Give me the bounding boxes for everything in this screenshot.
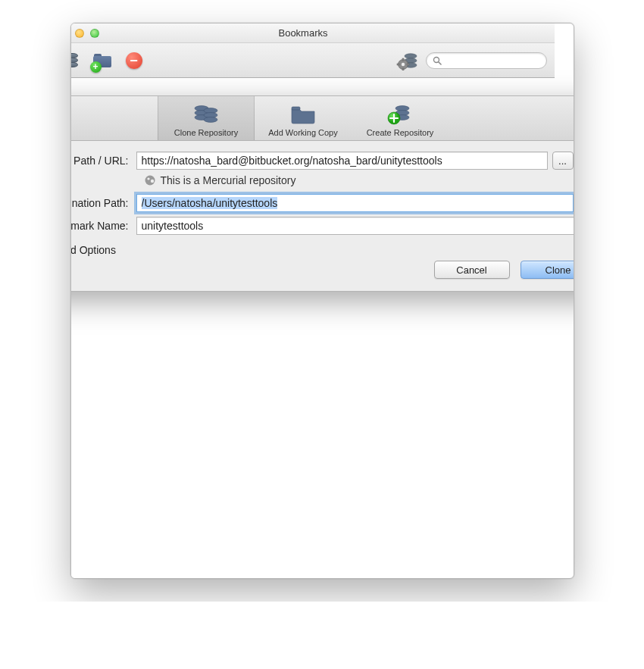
delete-button[interactable]: −: [123, 50, 145, 71]
repo-type-indicator: This is a Mercurial repository: [144, 174, 574, 186]
source-path-label: Source Path / URL:: [70, 155, 136, 167]
minimize-window-button[interactable]: [75, 29, 84, 38]
svg-rect-5: [402, 58, 404, 61]
tab-add-working-copy[interactable]: Add Working Copy: [255, 96, 352, 140]
advanced-options-label: Advanced Options: [70, 244, 116, 256]
clone-sheet: Clone Repository Add Working Copy: [70, 95, 574, 292]
settings-repository-button[interactable]: [395, 51, 418, 70]
cancel-button[interactable]: Cancel: [434, 261, 510, 279]
svg-point-27: [150, 180, 153, 183]
titlebar: Bookmarks: [70, 23, 555, 43]
clone-repository-icon: [158, 101, 255, 127]
svg-rect-6: [402, 68, 404, 70]
svg-line-10: [439, 62, 441, 64]
new-repository-button[interactable]: +: [70, 50, 81, 71]
traffic-lights: [70, 29, 99, 38]
tab-label: Add Working Copy: [255, 128, 352, 137]
source-path-input[interactable]: [136, 152, 548, 170]
toolbar: + + −: [70, 43, 555, 78]
new-folder-button[interactable]: +: [92, 50, 113, 71]
bookmarks-window: Bookmarks + + −: [70, 23, 574, 579]
tab-create-repository[interactable]: Create Repository: [352, 96, 449, 140]
svg-point-26: [147, 177, 149, 180]
tab-clone-repository[interactable]: Clone Repository: [158, 96, 255, 140]
zoom-window-button[interactable]: [90, 29, 99, 38]
repo-type-text: This is a Mercurial repository: [161, 174, 296, 186]
tab-label: Create Repository: [352, 128, 449, 137]
mercurial-icon: [144, 174, 156, 186]
folder-icon: [255, 101, 352, 127]
window-title: Bookmarks: [70, 27, 555, 39]
clone-form: Source Path / URL: ...: [70, 141, 574, 256]
destination-path-label: Destination Path:: [70, 197, 136, 209]
svg-point-4: [401, 62, 404, 65]
search-field[interactable]: [426, 52, 547, 69]
svg-rect-8: [407, 64, 409, 65]
search-input[interactable]: [445, 55, 561, 67]
search-icon: [433, 56, 442, 65]
minus-icon: −: [126, 52, 142, 69]
svg-point-16: [204, 117, 217, 123]
destination-path-input[interactable]: [136, 194, 574, 212]
plus-icon: +: [90, 61, 102, 73]
browse-source-button[interactable]: ...: [552, 152, 574, 170]
advanced-options-disclosure[interactable]: Advanced Options: [70, 244, 574, 256]
bookmark-name-input[interactable]: [136, 217, 574, 235]
tab-label: Clone Repository: [158, 128, 255, 137]
create-repository-icon: [352, 101, 449, 127]
svg-rect-17: [292, 107, 300, 110]
clone-button[interactable]: Clone: [521, 261, 574, 279]
svg-point-0: [405, 53, 417, 58]
segmented-toolbar: Clone Repository Add Working Copy: [70, 96, 574, 141]
bookmark-name-label: Bookmark Name:: [70, 220, 136, 232]
svg-rect-7: [397, 64, 399, 65]
